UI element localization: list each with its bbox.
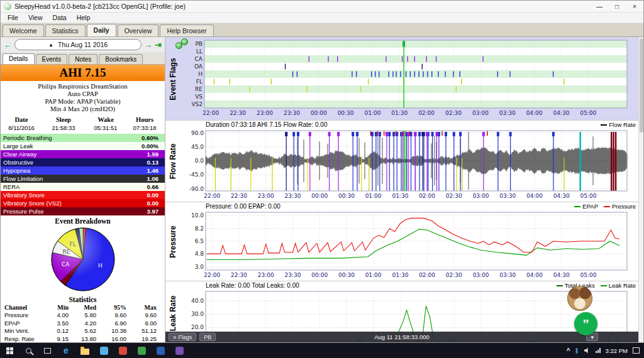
event-row-vibratory-snore[interactable]: Vibratory Snore0.00	[1, 191, 165, 199]
pet-widget-icon[interactable]	[567, 286, 592, 311]
tab-help-browser[interactable]: Help Browser	[160, 24, 213, 36]
svg-text:03:00: 03:00	[473, 272, 489, 278]
titlebar[interactable]: SleepyHead v1.0.0-beta-2 [cb213cc OpenGL…	[1, 1, 643, 13]
event-row-hypopnea[interactable]: Hypopnea1.46	[1, 166, 165, 175]
minimize-button[interactable]: —	[591, 1, 608, 12]
tab-statistics[interactable]: Statistics	[45, 24, 86, 36]
subtab-bookmarks[interactable]: Bookmarks	[99, 54, 143, 64]
svg-text:VS2: VS2	[191, 101, 203, 107]
cursor-timestamp: Aug 11 21:58:33.000	[165, 334, 638, 340]
svg-text:04:30: 04:30	[553, 193, 570, 199]
app-red-icon[interactable]	[113, 343, 132, 358]
charts-scrollbar[interactable]	[638, 37, 643, 342]
current-date-label: Thu Aug 11 2016	[58, 41, 108, 48]
link-sessions-icon[interactable]	[175, 38, 191, 50]
svg-text:22:00: 22:00	[203, 110, 219, 116]
svg-text:22:30: 22:30	[231, 193, 247, 199]
machine-line: Philips Respironics DreamStation	[1, 83, 165, 90]
store-icon[interactable]	[94, 343, 113, 358]
pressure-plot[interactable]: 10.08.26.54.83.022:0022:3023:0023:3000:0…	[180, 210, 638, 281]
tab-overview[interactable]: Overview	[118, 24, 159, 36]
svg-text:8.2: 8.2	[195, 225, 204, 232]
file-explorer-icon[interactable]	[75, 343, 94, 358]
event-row-pressure-pulse[interactable]: Pressure Pulse3.97	[1, 207, 165, 215]
start-button[interactable]	[0, 343, 19, 358]
ahi-banner: AHI 7.15	[1, 65, 165, 81]
svg-text:01:30: 01:30	[392, 272, 408, 278]
app-purple-icon[interactable]	[170, 343, 189, 358]
graph-chip-pb[interactable]: PB	[199, 333, 216, 341]
event-row-large-leak[interactable]: Large Leak0.00%	[1, 142, 165, 150]
flow-rate-plot[interactable]: 90.045.00.0-45.0-90.022:0022:3023:0023:3…	[180, 129, 638, 202]
tab-welcome[interactable]: Welcome	[3, 24, 44, 36]
action-center-icon[interactable]	[633, 347, 640, 354]
subtab-details[interactable]: Details	[3, 53, 35, 64]
last-day-button[interactable]: ⇥	[155, 41, 162, 49]
machine-line: Min 4 Max 20 (cmH2O)	[1, 106, 165, 113]
menu-bar: FileViewDataHelp	[1, 13, 643, 23]
menu-file[interactable]: File	[3, 13, 23, 22]
next-day-button[interactable]: →	[144, 41, 152, 49]
app-green-icon[interactable]	[132, 343, 151, 358]
svg-text:01:30: 01:30	[392, 193, 408, 199]
svg-text:04:00: 04:00	[526, 193, 543, 199]
clock[interactable]: 3:22 PM	[606, 347, 628, 354]
subtab-notes[interactable]: Notes	[69, 54, 97, 64]
tray-expand-icon[interactable]: ^	[567, 347, 570, 354]
dropdown-arrow-icon: ▲	[48, 42, 53, 48]
task-view-button[interactable]	[38, 343, 57, 358]
close-button[interactable]: ×	[626, 1, 643, 12]
svg-text:01:00: 01:00	[365, 272, 382, 278]
svg-text:00:00: 00:00	[311, 193, 328, 199]
edge-icon[interactable]: e	[57, 343, 75, 358]
svg-text:40.0: 40.0	[191, 298, 204, 304]
svg-text:-45.0: -45.0	[189, 171, 204, 178]
event-row-periodic-breathing[interactable]: Periodic Breathing0.60%	[1, 134, 165, 142]
volume-icon[interactable]	[584, 347, 591, 354]
svg-text:22:30: 22:30	[230, 110, 246, 116]
svg-text:3.0: 3.0	[195, 264, 204, 270]
svg-text:45.0: 45.0	[191, 144, 204, 150]
pressure-legend: EPAPPressure	[574, 203, 636, 210]
menu-help[interactable]: Help	[72, 13, 96, 22]
svg-text:04:30: 04:30	[553, 110, 569, 116]
previous-day-button[interactable]: ←	[4, 41, 12, 49]
event-row-clear-airway[interactable]: Clear Airway1.59	[1, 150, 165, 158]
hamburger-icon: ≡	[173, 334, 176, 340]
event-row-flow-limitation[interactable]: Flow Limitation1.06	[1, 175, 165, 183]
network-icon[interactable]	[596, 348, 601, 353]
screen: SleepyHead v1.0.0-beta-2 [cb213cc OpenGL…	[0, 0, 644, 358]
svg-text:23:30: 23:30	[284, 110, 300, 116]
event-breakdown-pie: HCAREFL	[1, 225, 165, 294]
maximize-button[interactable]: □	[608, 1, 626, 12]
flow-rate-title: Duration 07:33:18 AHI 7.15 Flow Rate: 0.…	[206, 121, 601, 128]
quote-bubble-icon[interactable]: ”	[574, 312, 597, 335]
tab-daily[interactable]: Daily	[87, 24, 116, 36]
scrollbar-thumb[interactable]	[640, 38, 643, 133]
svg-text:23:00: 23:00	[258, 193, 274, 199]
stats-header-row: ChannelMinMed95%Max	[1, 303, 165, 312]
event-row-obstructive[interactable]: Obstructive0.13	[1, 158, 165, 166]
event-flags-plot[interactable]: 22:0022:3023:0023:3000:0000:3001:0001:30…	[180, 38, 638, 120]
event-row-vibratory-snore-vs2-[interactable]: Vibratory Snore (VS2)0.00	[1, 199, 165, 207]
app-blue-icon[interactable]	[151, 343, 170, 358]
pressure-axis-label: Pressure	[165, 202, 180, 281]
app-icon	[4, 3, 11, 10]
subtab-events[interactable]: Events	[36, 54, 68, 64]
svg-text:05:00: 05:00	[580, 272, 597, 278]
menu-view[interactable]: View	[23, 13, 48, 22]
svg-text:FL: FL	[196, 79, 203, 85]
graph-chip-flags[interactable]: ≡Flags	[169, 333, 196, 341]
menu-data[interactable]: Data	[48, 13, 72, 22]
event-flags-chart[interactable]: Event Flags 22:0022:3023:0023:3000:0000:…	[165, 37, 638, 120]
svg-text:22:00: 22:00	[204, 193, 220, 199]
flow-rate-chart[interactable]: Flow Rate Duration 07:33:18 AHI 7.15 Flo…	[165, 120, 638, 202]
windows-logo-icon	[6, 347, 13, 354]
svg-text:02:00: 02:00	[419, 193, 435, 199]
bluetooth-icon[interactable]: ᛒ	[575, 347, 579, 354]
svg-text:LL: LL	[196, 48, 203, 55]
event-row-rera[interactable]: RERA0.66	[1, 183, 165, 191]
search-button[interactable]	[19, 343, 38, 358]
pressure-chart[interactable]: Pressure Pressure: 0.00 EPAP: 0.00 EPAPP…	[165, 202, 638, 281]
date-dropdown[interactable]: ▲ Thu Aug 11 2016	[14, 39, 142, 50]
